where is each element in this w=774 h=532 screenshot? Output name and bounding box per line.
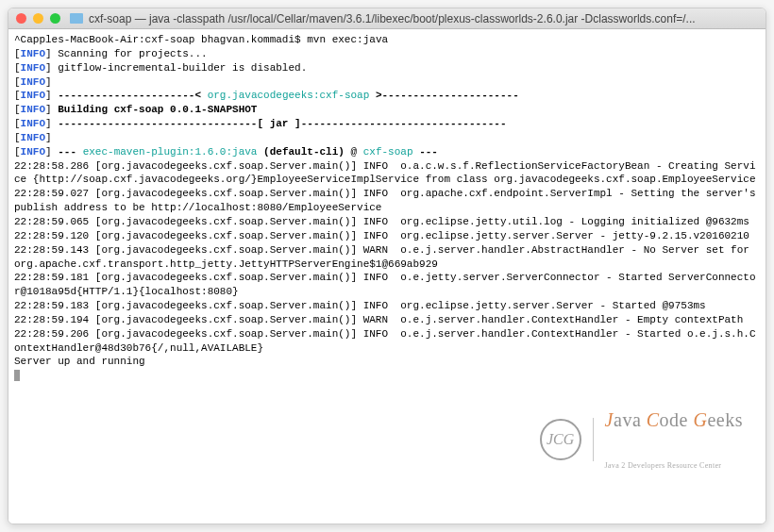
log-line: 22:28:59.143 [org.javacodegeeks.cxf.soap… [14, 244, 756, 270]
terminal-output[interactable]: ^Capples-MacBook-Air:cxf-soap bhagvan.ko… [8, 29, 766, 524]
log-line: (default-cli) [257, 146, 344, 158]
terminal-window: cxf-soap — java -classpath /usr/local/Ce… [8, 8, 766, 524]
log-level-info: INFO [21, 76, 45, 88]
plugin-id: exec-maven-plugin:1.6.0:java [83, 146, 258, 158]
log-line: 22:28:59.194 [org.javacodegeeks.cxf.soap… [14, 314, 743, 325]
traffic-lights [16, 13, 60, 24]
jcg-badge-icon: JCG [540, 419, 581, 460]
cursor-icon [14, 370, 20, 381]
log-line: Server up and running [14, 356, 145, 367]
log-line: 22:28:59.183 [org.javacodegeeks.cxf.soap… [14, 300, 706, 311]
close-icon[interactable] [16, 13, 26, 24]
prompt: ^Capples-MacBook-Air:cxf-soap bhagvan.ko… [14, 34, 307, 45]
log-level-info: INFO [21, 118, 45, 129]
watermark-logo: JCG Java Code Geeks Java 2 Developers Re… [540, 379, 743, 499]
minimize-icon[interactable] [33, 13, 43, 24]
project-id: cxf-soap [363, 146, 413, 158]
log-line: Building cxf-soap 0.0.1-SNAPSHOT [58, 104, 257, 115]
jcg-text: Java Code Geeks Java 2 Developers Resour… [605, 379, 743, 499]
log-line: Scanning for projects... [58, 48, 207, 59]
log-level-info: INFO [21, 104, 45, 115]
zoom-icon[interactable] [50, 13, 60, 24]
log-level-info: INFO [21, 48, 45, 59]
log-level-info: INFO [21, 90, 45, 101]
log-line: --- [413, 146, 438, 158]
log-line: 22:28:59.027 [org.javacodegeeks.cxf.soap… [14, 188, 762, 213]
log-level-info: INFO [21, 146, 45, 158]
log-line: gitflow-incremental-builder is disabled. [58, 62, 307, 74]
log-line: 22:28:59.206 [org.javacodegeeks.cxf.soap… [14, 328, 756, 354]
log-line: --------------------------------[ jar ]-… [58, 118, 506, 129]
divider [593, 418, 594, 461]
log-level-info: INFO [21, 62, 45, 74]
log-line: >---------------------- [369, 90, 518, 101]
log-line: 22:28:59.181 [org.javacodegeeks.cxf.soap… [14, 272, 756, 297]
log-line: 22:28:59.065 [org.javacodegeeks.cxf.soap… [14, 216, 749, 227]
log-line: 22:28:59.120 [org.javacodegeeks.cxf.soap… [14, 230, 749, 241]
titlebar[interactable]: cxf-soap — java -classpath /usr/local/Ce… [8, 8, 766, 29]
log-line: ----------------------< [58, 90, 207, 101]
artifact-id: org.javacodegeeks:cxf-soap [208, 90, 370, 101]
command: mvn exec:java [307, 34, 388, 45]
log-level-info: INFO [21, 132, 45, 143]
folder-icon [70, 13, 83, 24]
window-title: cxf-soap — java -classpath /usr/local/Ce… [89, 12, 758, 25]
log-line: --- [58, 146, 82, 158]
log-line: @ [345, 146, 363, 158]
log-line: 22:28:58.286 [org.javacodegeeks.cxf.soap… [14, 160, 756, 186]
